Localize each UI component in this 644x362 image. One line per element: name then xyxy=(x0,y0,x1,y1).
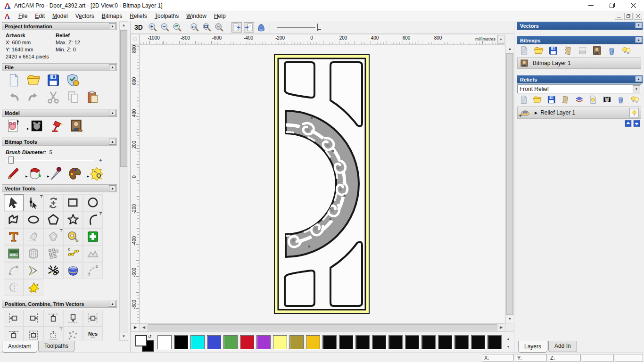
envelope-distort-cell[interactable] xyxy=(24,245,43,262)
align-right-cell[interactable] xyxy=(24,310,43,327)
open-file-icon[interactable] xyxy=(26,73,41,87)
simulate-icon[interactable] xyxy=(256,22,266,33)
relief-layer-row[interactable]: + ▶ Relief Layer 1 xyxy=(517,107,641,119)
assistant-scrollbar[interactable]: ▲ ▼ xyxy=(119,21,128,341)
copy-icon[interactable] xyxy=(66,90,80,104)
scrollbar-thumb[interactable] xyxy=(506,53,513,315)
undo-icon[interactable] xyxy=(7,90,21,104)
trim-vectors-cell[interactable] xyxy=(43,262,63,279)
align-contour-icon[interactable]: ⊤ xyxy=(47,329,59,341)
transform-vectors-icon[interactable] xyxy=(47,197,59,209)
scatter-copies-icon[interactable] xyxy=(67,329,79,341)
colour-swatch[interactable] xyxy=(190,335,205,349)
create-polyline-icon[interactable] xyxy=(8,214,20,226)
slider-handle[interactable] xyxy=(8,156,14,164)
colour-swatch[interactable] xyxy=(273,335,287,349)
set-model-size-icon[interactable] xyxy=(7,119,21,133)
colour-swatch[interactable] xyxy=(372,335,386,349)
vectors-header[interactable]: Vectors ▼ xyxy=(517,22,643,30)
paste-along-curve-cell[interactable] xyxy=(63,245,83,262)
crumple-icon[interactable] xyxy=(563,46,573,56)
create-circle-cell[interactable] xyxy=(83,194,103,211)
fgbg-colour-selector[interactable]: ↺ xyxy=(135,335,157,352)
text-block-icon[interactable]: ABC xyxy=(8,247,20,260)
expander-icon[interactable]: ▶ xyxy=(535,111,537,115)
child-minimize-icon[interactable] xyxy=(615,13,623,20)
assistant-tab-assistant[interactable]: Assistant xyxy=(2,341,37,353)
block-copy-icon[interactable] xyxy=(47,247,59,260)
blend-icon[interactable] xyxy=(578,46,587,56)
align-top-cell[interactable] xyxy=(43,310,63,327)
invert-model-icon[interactable] xyxy=(30,119,44,133)
align-left-icon[interactable] xyxy=(8,312,20,324)
colour-swatch[interactable] xyxy=(240,335,254,349)
colour-swatch[interactable] xyxy=(174,335,188,349)
weld-vectors-icon[interactable] xyxy=(67,264,79,277)
save-icon[interactable] xyxy=(46,73,60,87)
menu-window[interactable]: Window xyxy=(182,12,210,20)
align-left-cell[interactable] xyxy=(4,310,24,327)
node-editing-icon[interactable]: ⊤ xyxy=(27,197,40,209)
toggle-right-pane-icon[interactable] xyxy=(244,22,254,33)
combo-dropdown-icon[interactable]: ▼ xyxy=(633,85,640,92)
align-inside-icon[interactable] xyxy=(27,329,40,341)
save-icon[interactable] xyxy=(547,95,556,105)
palette-scrollbar[interactable]: ▲ ▼ xyxy=(504,335,513,352)
save-icon[interactable] xyxy=(548,46,558,56)
create-rectangle-icon[interactable] xyxy=(67,197,79,209)
menu-reliefs[interactable]: Reliefs xyxy=(126,12,151,20)
create-text-icon[interactable] xyxy=(8,230,20,243)
colour-swatch[interactable] xyxy=(289,335,304,349)
fit-vectors-cell[interactable] xyxy=(83,245,103,262)
assistant-tab-toolpaths[interactable]: Toolpaths xyxy=(38,341,74,352)
options-icon[interactable] xyxy=(66,73,80,87)
colour-swatch[interactable] xyxy=(487,335,502,349)
offset-vectors-icon[interactable]: ⊤ xyxy=(47,230,59,243)
menu-vectors[interactable]: Vectors xyxy=(72,12,98,20)
load-texture-icon[interactable] xyxy=(69,119,83,133)
brush-diameter-slider[interactable]: ◆ xyxy=(6,156,113,165)
flyout-arrow-icon[interactable]: ▶ xyxy=(25,174,28,178)
select-vectors-cell[interactable] xyxy=(4,194,24,211)
open-file-icon[interactable] xyxy=(534,46,544,56)
measure-tool-icon[interactable] xyxy=(67,230,79,243)
scroll-down-icon[interactable]: ▼ xyxy=(120,333,128,340)
create-polygon-icon[interactable] xyxy=(47,214,59,226)
mirror-vectors-cell[interactable] xyxy=(4,279,24,296)
crumple-icon[interactable] xyxy=(561,95,570,105)
collapse-button[interactable]: ▲ xyxy=(109,64,116,70)
create-polyline-cell[interactable] xyxy=(4,211,24,228)
measure-tool-cell[interactable] xyxy=(63,228,83,245)
scroll-down-icon[interactable]: ▼ xyxy=(504,343,512,351)
canvas-hscrollbar[interactable]: ▶ ◀ ▶ xyxy=(131,323,505,331)
paste-along-curve-icon[interactable] xyxy=(67,247,79,260)
colour-swatch[interactable] xyxy=(421,335,436,349)
scroll-right-icon[interactable]: ▶ xyxy=(497,324,505,331)
reliefs-header[interactable]: Reliefs ▲ xyxy=(517,75,643,83)
zoom-previous-icon[interactable] xyxy=(172,22,182,33)
nesting-icon[interactable]: Nesˇˇˇ xyxy=(87,329,99,341)
relief-select[interactable]: Front Relief ▼ xyxy=(517,84,641,93)
zoom-out-icon[interactable] xyxy=(160,22,170,33)
scroll-up-icon[interactable]: ▲ xyxy=(504,335,512,343)
align-bottom-icon[interactable] xyxy=(67,312,79,324)
trim-vectors-icon[interactable] xyxy=(47,264,59,277)
zoom-1to1-icon[interactable]: 1:1 xyxy=(190,22,200,33)
flood-fill-icon[interactable] xyxy=(28,166,42,181)
visibility-icon[interactable] xyxy=(630,95,639,105)
scroll-down-icon[interactable]: ▼ xyxy=(506,315,514,323)
collapse-button[interactable]: ▲ xyxy=(635,76,642,82)
align-up-icon[interactable] xyxy=(8,329,20,341)
open-file-icon[interactable] xyxy=(533,95,542,105)
create-ellipse-cell[interactable] xyxy=(24,211,43,228)
colour-swatch[interactable] xyxy=(339,335,353,349)
colour-swatch[interactable] xyxy=(207,335,221,349)
flyout-arrow-icon[interactable]: ▶ xyxy=(47,174,50,178)
restore-icon[interactable] xyxy=(602,0,623,11)
colour-swatch[interactable] xyxy=(438,335,452,349)
layers-tab-layers[interactable]: Layers xyxy=(518,341,547,353)
menu-help[interactable]: Help xyxy=(210,12,230,20)
new-document-icon[interactable] xyxy=(7,73,21,87)
colour-swatch[interactable] xyxy=(306,335,320,349)
create-spline-icon[interactable] xyxy=(87,264,99,277)
